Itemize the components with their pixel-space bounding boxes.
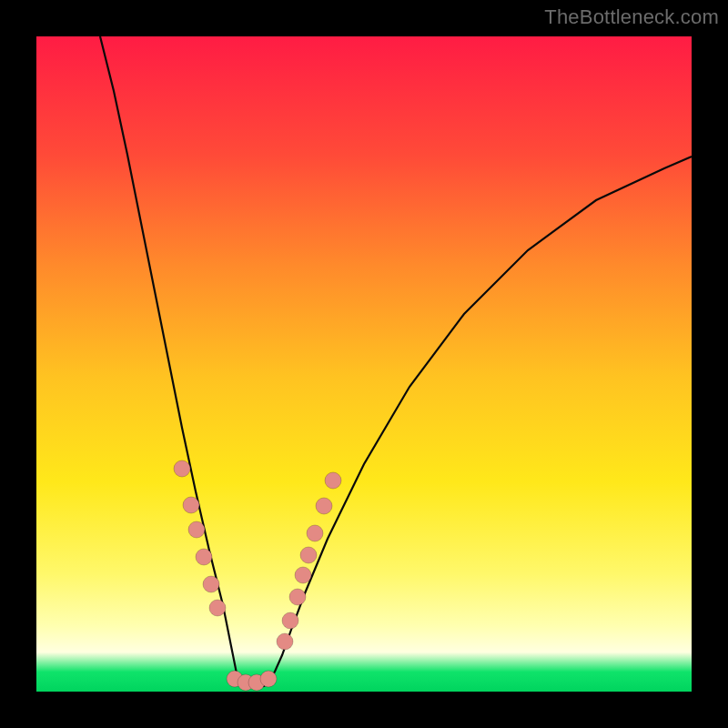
marker-dot (227, 671, 243, 687)
markers-layer (36, 36, 692, 692)
marker-dot (307, 525, 323, 541)
marker-dot (300, 547, 317, 563)
marker-dot (174, 460, 190, 477)
marker-dot (196, 549, 212, 565)
marker-dot (238, 674, 254, 691)
watermark-text: TheBottleneck.com (544, 5, 719, 29)
marker-dot (316, 498, 332, 514)
marker-dot (209, 600, 226, 616)
marker-dot (248, 674, 265, 691)
chart-frame: TheBottleneck.com (0, 0, 728, 728)
marker-dot (203, 576, 219, 592)
marker-dot (289, 589, 306, 605)
marker-dot (183, 497, 199, 513)
marker-dot (277, 633, 293, 650)
marker-dot (325, 472, 341, 489)
marker-dot (188, 521, 205, 538)
curve-layer (36, 36, 692, 692)
plot-area (36, 36, 692, 692)
bottleneck-curve (100, 36, 692, 687)
marker-dot (282, 612, 298, 629)
marker-dot (295, 567, 311, 583)
marker-dot (260, 671, 277, 687)
